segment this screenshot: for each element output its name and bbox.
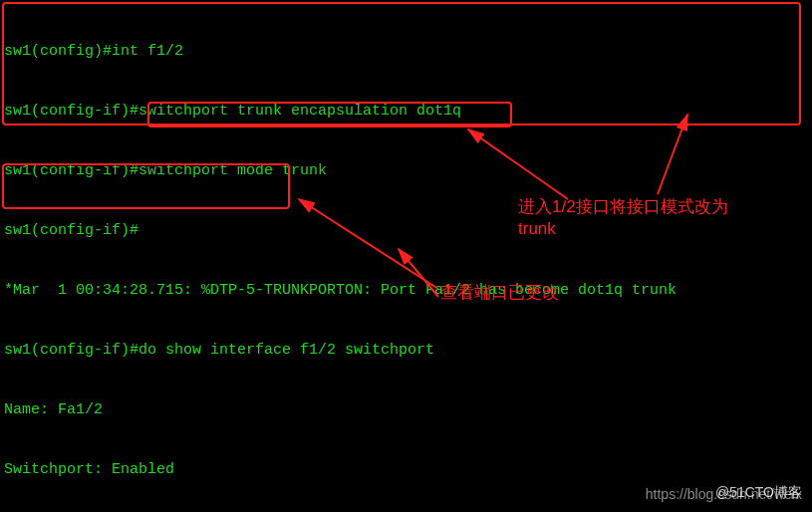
cli-line: sw1(config-if)# (4, 222, 138, 239)
cli-line: sw1(config)#int f1/2 (4, 43, 183, 60)
watermark-51cto: @51CTO博客 (715, 484, 802, 502)
cli-line: sw1(config-if)#switchport mode trunk (4, 162, 327, 179)
cli-line: Name: Fa1/2 (4, 401, 103, 418)
cli-line: sw1(config-if)#do show interface f1/2 sw… (4, 342, 434, 359)
cli-line: Switchport: Enabled (4, 461, 174, 478)
annotation-port-changed: 查看端口已更改 (440, 281, 559, 304)
cli-line: *Mar 1 00:34:28.715: %DTP-5-TRUNKPORTON:… (4, 282, 677, 299)
annotation-trunk-mode: 进入1/2接口将接口模式改为 (518, 195, 728, 218)
annotation-trunk-word: trunk (518, 219, 556, 239)
terminal-output[interactable]: sw1(config)#int f1/2 sw1(config-if)#swit… (0, 0, 812, 512)
cli-line: sw1(config-if)#switchport trunk encapsul… (4, 103, 461, 120)
